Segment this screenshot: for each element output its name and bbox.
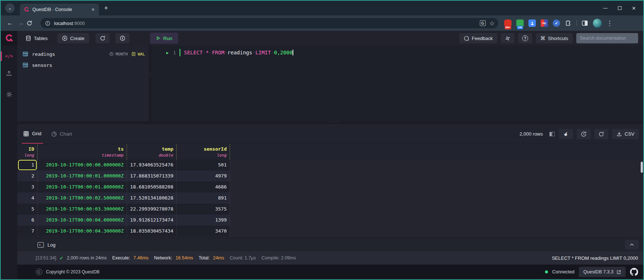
- github-icon[interactable]: [630, 268, 638, 276]
- extension-fe-icon[interactable]: FE: [541, 19, 548, 27]
- refresh-icon: [100, 35, 106, 41]
- tab-close-icon[interactable]: ×: [90, 7, 96, 12]
- grid-cell[interactable]: 7: [17, 226, 38, 237]
- download-csv-button[interactable]: CSV: [612, 129, 639, 139]
- window-close-icon[interactable]: ✕: [632, 6, 636, 11]
- grid-cell[interactable]: 6: [17, 215, 38, 226]
- rail-item-import[interactable]: [1, 67, 17, 79]
- grid-cell[interactable]: 17.520134180628: [127, 193, 177, 204]
- editor-line-1[interactable]: ▶ 1 SELECT·*·FROM·readings·LIMIT·0,2000: [152, 49, 643, 57]
- grid-cell[interactable]: 2019-10-17T00:00:03.300000Z: [38, 204, 127, 215]
- run-line-icon[interactable]: ▶: [152, 51, 169, 55]
- tables-button[interactable]: Tables: [21, 33, 52, 43]
- column-header-ts[interactable]: ts timestamp: [38, 144, 127, 159]
- grid-cell[interactable]: 3: [17, 182, 38, 193]
- grid-cell[interactable]: 18.035030457434: [127, 226, 177, 237]
- grid-cell[interactable]: 5: [17, 204, 38, 215]
- search-documentation-input[interactable]: [576, 33, 638, 43]
- url-bar[interactable]: localhost:9000 G ☆: [40, 18, 498, 28]
- grid-cell[interactable]: 3470: [177, 226, 230, 237]
- slack-button[interactable]: [501, 33, 514, 43]
- rail-item-settings[interactable]: [1, 88, 17, 101]
- refresh-tables-button[interactable]: [96, 33, 110, 43]
- history-button[interactable]: [577, 129, 591, 139]
- shortcuts-button[interactable]: ⌘ Shortcuts: [536, 33, 573, 43]
- back-icon[interactable]: ←: [4, 19, 15, 27]
- refresh-results-button[interactable]: [594, 129, 608, 139]
- tab-chart[interactable]: Chart: [50, 124, 74, 144]
- rail-item-console[interactable]: </>: [1, 50, 17, 62]
- questdb-logo[interactable]: [1, 31, 17, 46]
- table-row[interactable]: 2 2019-10-17T00:00:01.000000Z 17.8683150…: [17, 170, 643, 182]
- column-header-sensorid[interactable]: sensorId long: [177, 144, 230, 159]
- forward-icon[interactable]: →: [15, 19, 26, 27]
- tab-grid[interactable]: Grid: [22, 124, 43, 144]
- grid-cell[interactable]: 4: [17, 193, 38, 204]
- table-row[interactable]: 3 2019-10-17T00:00:01.800000Z 18.6810505…: [17, 182, 643, 193]
- grid-cell[interactable]: 22.299399278078: [127, 204, 177, 215]
- side-panel-icon[interactable]: [581, 20, 588, 26]
- grid-cell[interactable]: 2019-10-17T00:00:01.000000Z: [38, 170, 127, 182]
- browser-menu-icon[interactable]: ⋮: [606, 19, 612, 27]
- grid-cell[interactable]: 891: [177, 193, 230, 204]
- log-timestamp: [13:51:34]: [36, 255, 56, 261]
- table-row[interactable]: 1 2019-10-17T00:00:00.000000Z 17.9340635…: [17, 159, 643, 170]
- table-row[interactable]: 5 2019-10-17T00:00:03.300000Z 22.2993992…: [17, 204, 643, 215]
- grid-cell[interactable]: 1399: [177, 215, 230, 226]
- grid-cell[interactable]: 2: [17, 170, 38, 182]
- tab-search-button[interactable]: ⌄: [5, 3, 15, 13]
- table-list-item-sensors[interactable]: sensors: [17, 60, 149, 71]
- run-button[interactable]: Run: [150, 33, 178, 44]
- table-list-item-readings[interactable]: readings MONTH WAL: [17, 49, 149, 60]
- grid-cell[interactable]: 2019-10-17T00:00:02.500000Z: [38, 193, 127, 204]
- jump-to-cursor-button[interactable]: ☛: [559, 129, 573, 139]
- collapse-panel-button[interactable]: [116, 33, 130, 43]
- sql-editor[interactable]: ▶ 1 SELECT·*·FROM·readings·LIMIT·0,2000: [152, 46, 643, 121]
- extension-check-icon[interactable]: ✓: [553, 19, 560, 27]
- collapse-log-button[interactable]: [625, 240, 639, 250]
- create-label: Create: [70, 36, 85, 41]
- translate-icon[interactable]: G: [480, 20, 486, 26]
- executed-query: SELECT * FROM readings LIMIT 0,2000: [552, 255, 638, 261]
- extension-adblock-icon[interactable]: 99+: [504, 19, 512, 27]
- whitespace-dot: ·: [271, 50, 274, 55]
- info-icon[interactable]: [45, 21, 50, 26]
- grid-cell[interactable]: 17.934063525476: [127, 159, 177, 170]
- grid-cell[interactable]: 2019-10-17T00:00:04.300000Z: [38, 226, 127, 237]
- grid-cell[interactable]: 4686: [177, 182, 230, 193]
- freeze-columns-icon[interactable]: [549, 131, 555, 137]
- minimize-icon[interactable]: [603, 8, 608, 8]
- column-header-id[interactable]: ID long: [17, 144, 38, 159]
- extension-person-icon[interactable]: [528, 19, 536, 27]
- vertical-splitter[interactable]: ······: [149, 46, 152, 121]
- profile-avatar[interactable]: [593, 19, 602, 28]
- grid-cell-focused[interactable]: 1: [17, 159, 38, 170]
- grid-cell[interactable]: 4979: [177, 170, 230, 182]
- table-row[interactable]: 6 2019-10-17T00:00:04.000000Z 19.9126121…: [17, 215, 643, 226]
- new-tab-button[interactable]: +: [104, 4, 108, 12]
- help-button[interactable]: ?: [518, 33, 532, 43]
- grid-cell[interactable]: 2019-10-17T00:00:00.000000Z: [38, 159, 127, 170]
- column-header-temp[interactable]: temp double: [127, 144, 177, 159]
- grid-cell[interactable]: 2019-10-17T00:00:04.000000Z: [38, 215, 127, 226]
- feedback-button[interactable]: Feedback: [459, 33, 497, 43]
- grid-cell[interactable]: 2019-10-17T00:00:01.800000Z: [38, 182, 127, 193]
- browser-tab[interactable]: QuestDB · Console ×: [20, 4, 99, 15]
- grid-scrollbar[interactable]: [641, 162, 643, 173]
- version-button[interactable]: QuestDB 7.3.3: [579, 267, 626, 277]
- grid-cell[interactable]: 19.912612173474: [127, 215, 177, 226]
- grid-cell[interactable]: 18.681050588208: [127, 182, 177, 193]
- table-row[interactable]: 7 2019-10-17T00:00:04.300000Z 18.0350304…: [17, 226, 643, 237]
- create-button[interactable]: Create: [57, 33, 89, 43]
- extensions-puzzle-icon[interactable]: [565, 20, 572, 26]
- grid-cell[interactable]: 17.868315071339: [127, 170, 177, 182]
- grid-cell[interactable]: 501: [177, 159, 230, 170]
- bookmark-star-icon[interactable]: ☆: [489, 20, 495, 27]
- rows-summary: 2,000 rows in 24ms: [67, 255, 107, 261]
- maximize-icon[interactable]: [618, 6, 622, 10]
- table-row[interactable]: 4 2019-10-17T00:00:02.500000Z 17.5201341…: [17, 193, 643, 204]
- extension-on-icon[interactable]: ON: [516, 19, 524, 27]
- reload-icon[interactable]: [26, 20, 38, 26]
- grid-cell[interactable]: 3575: [177, 204, 230, 215]
- horizontal-splitter[interactable]: ······: [17, 121, 643, 124]
